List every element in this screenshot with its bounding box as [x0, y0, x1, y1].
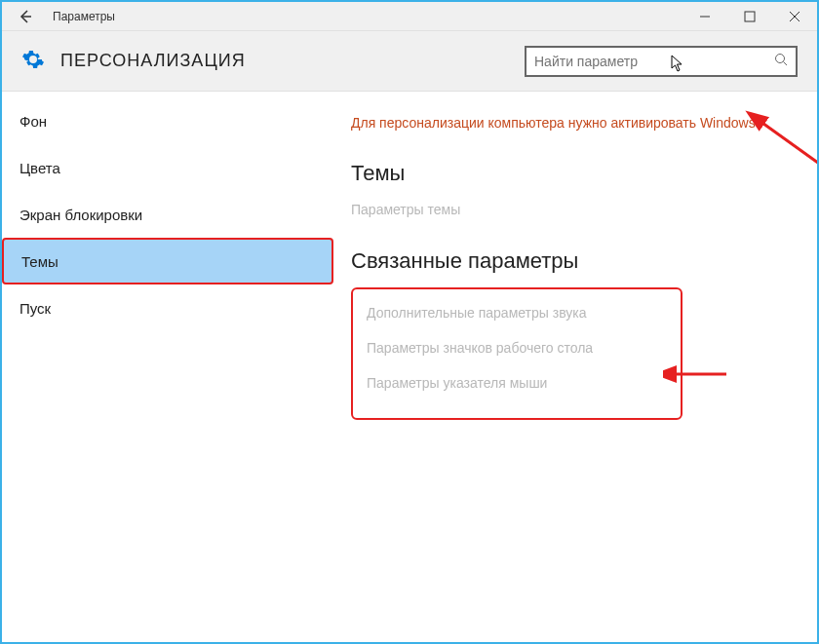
close-button[interactable]: [772, 2, 817, 31]
minimize-icon: [699, 11, 711, 22]
sidebar-item-colors[interactable]: Цвета: [2, 144, 333, 191]
maximize-button[interactable]: [727, 2, 772, 31]
svg-line-6: [760, 121, 818, 163]
search-input[interactable]: [534, 54, 774, 69]
window-title: Параметры: [53, 10, 682, 23]
sidebar-item-start[interactable]: Пуск: [2, 284, 333, 331]
sidebar-item-background[interactable]: Фон: [2, 97, 333, 144]
search-icon: [774, 53, 788, 69]
related-settings-box: Дополнительные параметры звука Параметры…: [351, 287, 682, 420]
maximize-icon: [744, 11, 756, 22]
section-themes-title: Темы: [351, 161, 790, 186]
gear-icon: [21, 48, 45, 75]
minimize-button[interactable]: [682, 2, 727, 31]
svg-line-5: [784, 62, 788, 66]
theme-settings-link: Параметры темы: [351, 202, 790, 217]
sidebar-item-lockscreen[interactable]: Экран блокировки: [2, 191, 333, 238]
arrow-left-icon: [18, 9, 33, 24]
section-related-title: Связанные параметры: [351, 248, 790, 274]
related-sound-link: Дополнительные параметры звука: [367, 305, 667, 321]
related-mouse-pointer-link: Параметры указателя мыши: [367, 375, 667, 391]
svg-point-4: [776, 55, 785, 63]
svg-rect-1: [745, 12, 755, 21]
titlebar: Параметры: [2, 2, 817, 31]
back-button[interactable]: [14, 5, 37, 28]
content-area: Для персонализации компьютера нужно акти…: [333, 92, 817, 642]
related-desktop-icons-link: Параметры значков рабочего стола: [367, 340, 667, 356]
sidebar: Фон Цвета Экран блокировки Темы Пуск: [2, 92, 333, 642]
window-controls: [682, 2, 817, 31]
search-box[interactable]: [525, 46, 798, 77]
close-icon: [789, 11, 800, 22]
header: ПЕРСОНАЛИЗАЦИЯ: [2, 31, 817, 92]
sidebar-item-themes[interactable]: Темы: [2, 238, 333, 284]
activation-warning: Для персонализации компьютера нужно акти…: [351, 113, 760, 133]
page-title: ПЕРСОНАЛИЗАЦИЯ: [60, 51, 525, 71]
